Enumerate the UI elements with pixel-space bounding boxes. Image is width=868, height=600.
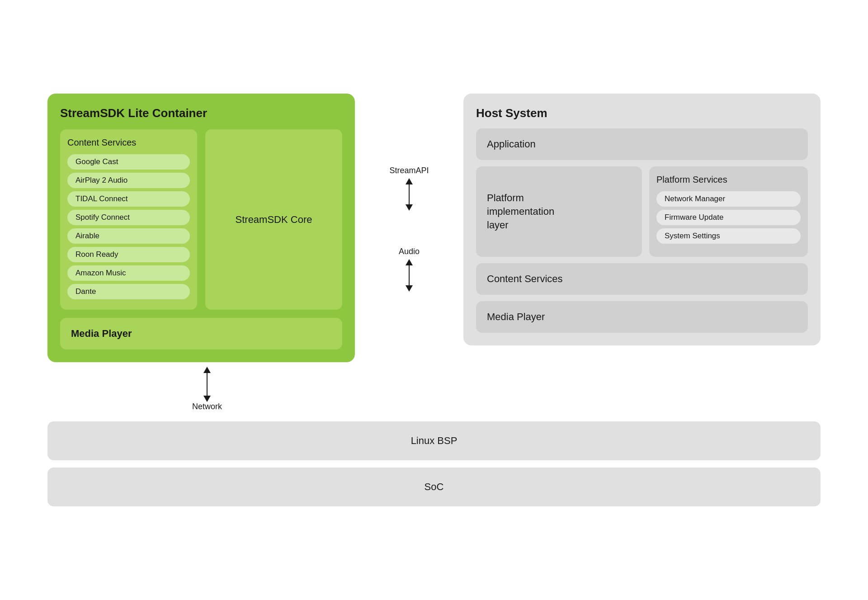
bottom-boxes: Linux BSP SoC [47, 421, 821, 506]
host-system-container: Host System Application Platformimplemen… [463, 94, 821, 345]
arrow-head-down-2 [406, 285, 413, 292]
content-services-box-title: Content Services [67, 137, 190, 148]
arrow-line-2 [409, 265, 410, 285]
service-roon: Roon Ready [67, 247, 190, 262]
media-player-host-box: Media Player [476, 301, 808, 333]
arrow-head-down-1 [406, 204, 413, 211]
service-firmware-update: Firmware Update [656, 210, 801, 225]
streamsdk-container-title: StreamSDK Lite Container [60, 106, 342, 120]
audio-arrow [406, 259, 413, 292]
service-airable: Airable [67, 228, 190, 244]
stream-api-arrow-group: StreamAPI [389, 166, 429, 211]
arrow-column: StreamAPI Audio [382, 94, 436, 328]
media-player-host-label: Media Player [487, 311, 797, 323]
service-amazon: Amazon Music [67, 265, 190, 281]
top-row: StreamSDK Lite Container Content Service… [47, 94, 821, 362]
service-system-settings: System Settings [656, 228, 801, 244]
network-arrow-group: Network [192, 367, 222, 413]
service-dante: Dante [67, 284, 190, 299]
stream-api-label: StreamAPI [389, 166, 429, 175]
stream-api-arrow [406, 178, 413, 211]
streamsdk-core-box: StreamSDK Core [205, 129, 342, 310]
application-box: Application [476, 128, 808, 160]
diagram-wrapper: StreamSDK Lite Container Content Service… [38, 76, 830, 524]
media-player-box-green: Media Player [60, 318, 342, 350]
service-airplay2: AirPlay 2 Audio [67, 173, 190, 188]
arrow-head-up-3 [203, 367, 211, 373]
content-services-host-label: Content Services [487, 273, 797, 285]
streamsdk-inner: Content Services Google Cast AirPlay 2 A… [60, 129, 342, 310]
arrow-line-3 [207, 373, 208, 396]
arrow-head-up-1 [406, 178, 413, 184]
audio-arrow-group: Audio [399, 247, 420, 292]
network-arrow [203, 367, 211, 402]
platform-impl-box: Platformimplementationlayer [476, 166, 642, 257]
arrow-line-1 [409, 184, 410, 204]
service-google-cast: Google Cast [67, 154, 190, 170]
network-arrow-row: Network [47, 367, 821, 413]
soc-label: SoC [58, 481, 810, 493]
service-network-manager: Network Manager [656, 191, 801, 207]
linux-bsp-box: Linux BSP [47, 421, 821, 460]
content-services-host-box: Content Services [476, 263, 808, 295]
application-label: Application [487, 138, 797, 150]
media-player-label-green: Media Player [71, 328, 331, 340]
arrow-head-down-3 [203, 396, 211, 402]
content-services-box: Content Services Google Cast AirPlay 2 A… [60, 129, 197, 310]
platform-row: Platformimplementationlayer Platform Ser… [476, 166, 808, 257]
streamsdk-container: StreamSDK Lite Container Content Service… [47, 94, 355, 362]
service-spotify: Spotify Connect [67, 210, 190, 225]
soc-box: SoC [47, 468, 821, 506]
arrow-head-up-2 [406, 259, 413, 265]
platform-impl-label: Platformimplementationlayer [487, 191, 631, 231]
platform-services-title: Platform Services [656, 175, 801, 185]
platform-services-box: Platform Services Network Manager Firmwa… [649, 166, 808, 257]
service-tidal: TIDAL Connect [67, 191, 190, 207]
network-label: Network [192, 402, 222, 411]
audio-label: Audio [399, 247, 420, 256]
streamsdk-core-label: StreamSDK Core [236, 214, 312, 226]
host-system-title: Host System [476, 106, 808, 120]
linux-bsp-label: Linux BSP [58, 435, 810, 447]
